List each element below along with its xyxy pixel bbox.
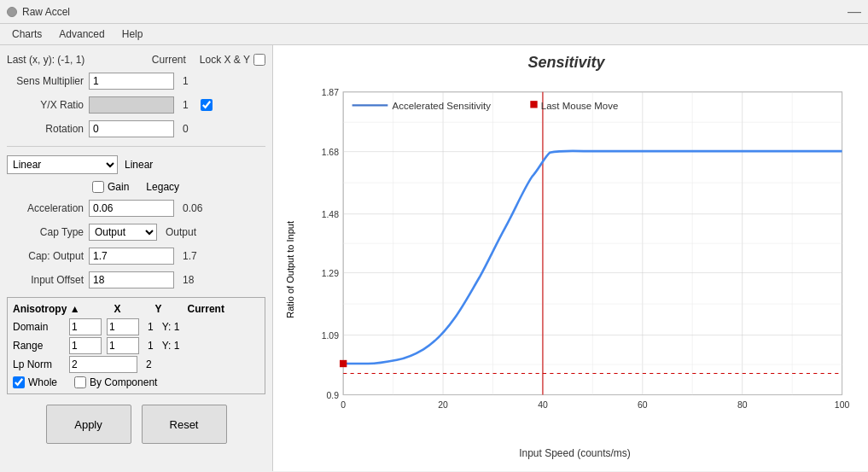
gain-legacy-row: Gain Legacy [7,181,265,193]
aniso-range-y-current: Y: 1 [162,340,180,352]
by-component-label: By Component [90,376,157,388]
accel-mode-select[interactable]: Linear Classic Jump Natural Power Synchr… [7,155,118,174]
x-axis-label: Input Speed (counts/ms) [299,447,851,463]
aniso-current-header: Current [188,303,224,315]
y-axis-label-wrap: Ratio of Output to Input [282,77,299,463]
cap-output-row: Cap: Output 1.7 [7,246,265,266]
cap-output-current: 1.7 [183,250,197,262]
last-xy-label: Last (x, y): (-1, 1) [7,54,84,66]
yx-ratio-current: 1 [183,99,189,111]
app-icon [7,7,17,17]
aniso-domain-label: Domain [13,321,64,333]
bottom-buttons: Apply Reset [7,405,265,444]
minimize-button[interactable]: — [848,4,861,20]
by-component-wrap: By Component [74,376,157,388]
cap-type-current: Output [166,226,196,238]
svg-text:20: 20 [438,400,448,410]
lock-xy-wrap: Lock X & Y [200,54,265,66]
rotation-label: Rotation [7,123,84,135]
menu-advanced[interactable]: Advanced [50,26,113,43]
cap-type-row: Cap Type Output Input Both Output [7,222,265,242]
acceleration-input[interactable] [89,200,174,217]
reset-button[interactable]: Reset [142,405,227,444]
whole-wrap: Whole [13,376,57,388]
chart-svg: Accelerated Sensitivity Last Mouse Move … [299,77,851,446]
title-bar: Raw Accel — [0,0,868,24]
menu-charts[interactable]: Charts [3,26,50,43]
acceleration-label: Acceleration [7,202,84,214]
sens-multiplier-label: Sens Multiplier [7,75,84,87]
aniso-domain-y-current: Y: 1 [162,321,180,333]
aniso-domain-x-input[interactable] [69,318,102,335]
last-xy-row: Last (x, y): (-1, 1) Current Lock X & Y [7,52,265,67]
legacy-label: Legacy [146,181,179,193]
aniso-lpnorm-input[interactable] [69,356,137,373]
rotation-row: Rotation 0 [7,119,265,139]
sens-multiplier-input[interactable] [89,73,174,90]
svg-text:40: 40 [538,400,548,410]
menu-help[interactable]: Help [114,26,152,43]
svg-rect-27 [530,101,537,108]
aniso-title: Anisotropy ▲ [13,303,80,315]
svg-text:1.87: 1.87 [322,88,339,97]
aniso-range-current: 1 [148,340,154,352]
title-bar-left: Raw Accel [7,6,70,18]
whole-checkbox[interactable] [13,376,25,388]
svg-text:100: 100 [835,400,850,410]
left-panel: Last (x, y): (-1, 1) Current Lock X & Y … [0,45,273,471]
aniso-lpnorm-label: Lp Norm [13,358,64,370]
aniso-range-y-input[interactable] [107,337,139,354]
aniso-x-header: X [114,303,121,315]
acceleration-row: Acceleration 0.06 [7,198,265,219]
input-offset-row: Input Offset 18 [7,270,265,290]
aniso-domain-current: 1 [148,321,154,333]
svg-text:1.09: 1.09 [322,331,339,341]
svg-text:1.29: 1.29 [322,269,339,278]
aniso-y-header: Y [155,303,162,315]
y-axis-label: Ratio of Output to Input [285,221,295,318]
cap-type-label: Cap Type [7,226,84,238]
by-component-checkbox[interactable] [74,376,86,388]
cap-output-input[interactable] [89,248,174,265]
rotation-input[interactable] [89,120,174,137]
aniso-range-row: Range 1 Y: 1 [13,337,259,354]
aniso-checkbox-row: Whole By Component [13,376,259,388]
lock-xy-checkbox[interactable] [253,54,265,66]
svg-text:80: 80 [737,400,748,410]
menu-bar: Charts Advanced Help [0,24,868,45]
sens-multiplier-row: Sens Multiplier 1 [7,71,265,91]
rotation-current: 0 [183,123,189,135]
acceleration-current: 0.06 [183,202,202,214]
gain-checkbox[interactable] [92,181,104,193]
input-offset-current: 18 [183,274,194,286]
svg-text:1.48: 1.48 [322,210,339,219]
svg-text:0.9: 0.9 [326,391,339,400]
chart-container: Ratio of Output to Input [282,77,851,463]
chart-svg-wrap: Accelerated Sensitivity Last Mouse Move … [299,77,851,463]
aniso-range-x-input[interactable] [69,337,102,354]
yx-ratio-row: Y/X Ratio 1 [7,95,265,115]
input-offset-input[interactable] [89,271,174,288]
cap-type-select[interactable]: Output Input Both [89,224,157,241]
svg-text:1.68: 1.68 [322,148,339,157]
accel-mode-row: Linear Classic Jump Natural Power Synchr… [7,155,265,174]
svg-text:0: 0 [341,400,346,410]
anisotropy-box: Anisotropy ▲ X Y Current Domain 1 Y: 1 R… [7,297,265,394]
aniso-range-label: Range [13,340,64,352]
gain-wrap: Gain [92,181,129,193]
divider-1 [7,146,265,147]
main-content: Last (x, y): (-1, 1) Current Lock X & Y … [0,45,868,471]
yx-ratio-input[interactable] [89,96,174,114]
svg-text:60: 60 [638,400,648,410]
yx-ratio-checkbox[interactable] [201,99,213,111]
aniso-domain-y-input[interactable] [107,318,139,335]
cap-output-label: Cap: Output [7,250,84,262]
apply-button[interactable]: Apply [46,405,131,444]
aniso-lpnorm-row: Lp Norm 2 [13,356,259,373]
accel-mode-current: Linear [125,159,153,171]
chart-title: Sensitivity [527,54,604,72]
app-title: Raw Accel [22,6,70,18]
input-offset-label: Input Offset [7,274,84,286]
aniso-lpnorm-current: 2 [146,358,152,370]
lock-xy-label: Lock X & Y [200,54,250,66]
